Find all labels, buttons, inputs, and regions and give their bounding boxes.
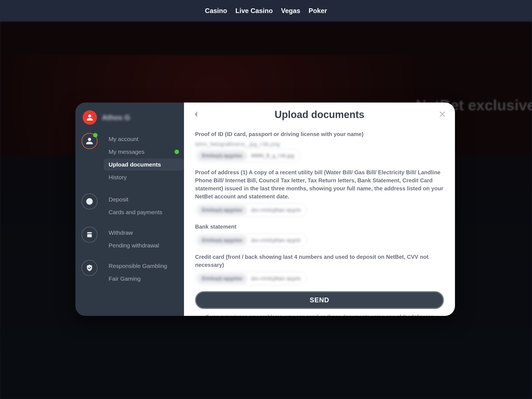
file-choose-chip: Επιλογή αρχείου	[197, 235, 247, 245]
sidebar-item-withdraw[interactable]: Withdraw	[104, 227, 184, 239]
sidebar-group-withdraw: Withdraw Pending withdrawal	[81, 227, 184, 252]
sidebar-group-responsible: Responsible Gambling Fair Gaming	[81, 260, 184, 285]
modal-body[interactable]: Proof of ID (ID card, passport or drivin…	[184, 124, 455, 316]
sidebar-item-deposit[interactable]: Deposit	[104, 193, 184, 206]
sidebar-item-responsible-gambling[interactable]: Responsible Gambling	[104, 260, 184, 272]
proof-address-label: Proof of address (1) A copy of a recent …	[195, 168, 444, 201]
file-input-proof-address[interactable]: Επιλογή αρχείου Δεν επιλέχθηκε αρχείο	[195, 203, 307, 217]
sidebar-item-label: Pending withdrawal	[109, 242, 159, 249]
withdraw-icon	[81, 227, 98, 243]
proof-id-label: Proof of ID (ID card, passport or drivin…	[195, 130, 444, 138]
file-name: Δεν επιλέχθηκε αρχείο	[251, 207, 301, 213]
close-button[interactable]	[437, 109, 448, 120]
nav-casino[interactable]: Casino	[205, 7, 227, 15]
nav-poker[interactable]: Poker	[309, 7, 327, 15]
deposit-icon	[81, 193, 98, 209]
sidebar-item-label: Upload documents	[109, 161, 161, 168]
bank-statement-label: Bank statement	[195, 223, 444, 231]
send-button[interactable]: SEND	[195, 291, 444, 309]
sidebar-item-cards-payments[interactable]: Cards and payments	[104, 206, 184, 218]
sidebar-item-label: Cards and payments	[109, 209, 162, 215]
sidebar-group-deposit: Deposit Cards and payments	[81, 193, 184, 218]
sidebar-group-account: My account My messages Upload documents …	[81, 133, 184, 183]
file-name: Δεν επιλέχθηκε αρχείο	[251, 237, 301, 243]
sidebar-item-label: My messages	[109, 149, 145, 155]
sidebar-item-label: Fair Gaming	[109, 275, 141, 282]
file-input-credit-card[interactable]: Επιλογή αρχείου Δεν επιλέχθηκε αρχείο	[195, 272, 307, 285]
file-choose-chip: Επιλογή αρχείου	[197, 151, 247, 161]
back-button[interactable]	[191, 109, 202, 120]
sidebar-item-label: My account	[109, 136, 138, 142]
nav-vegas[interactable]: Vegas	[281, 7, 300, 15]
credit-card-label: Credit card (front / back showing last 4…	[195, 253, 444, 269]
sidebar-item-label: History	[109, 174, 127, 180]
back-icon	[192, 110, 200, 118]
modal-title: Upload documents	[275, 109, 364, 121]
sidebar-item-my-account[interactable]: My account	[104, 133, 184, 145]
sidebar-item-upload-documents[interactable]: Upload documents	[104, 158, 184, 171]
shield-icon	[81, 260, 98, 276]
profile-row: Athos G	[81, 110, 184, 125]
file-name: MMM_B_g_l-bk.jpg	[251, 153, 294, 159]
close-icon	[439, 110, 447, 118]
sidebar-item-label: Deposit	[109, 196, 128, 203]
notification-dot	[93, 133, 98, 137]
file-choose-chip: Επιλογή αρχείου	[197, 205, 247, 215]
account-modal: Athos G My account My messages Upload do…	[75, 103, 455, 316]
file-input-bank-statement[interactable]: Επιλογή αρχείου Δεν επιλέχθηκε αρχείο	[195, 234, 307, 247]
sidebar-item-history[interactable]: History	[104, 171, 184, 183]
avatar	[83, 110, 97, 125]
modal-header: Upload documents	[184, 103, 455, 124]
file-input-proof-id[interactable]: Επιλογή αρχείου MMM_B_g_l-bk.jpg	[195, 149, 300, 162]
file-name: Δεν επιλέχθηκε αρχείο	[251, 276, 301, 282]
sidebar-item-label: Responsible Gambling	[109, 263, 167, 269]
sidebar-item-label: Withdraw	[109, 229, 133, 236]
file-choose-chip: Επιλογή αρχείου	[197, 273, 247, 284]
nav-live-casino[interactable]: Live Casino	[236, 7, 273, 15]
sidebar-item-my-messages[interactable]: My messages	[104, 146, 184, 158]
notification-dot	[175, 150, 179, 154]
sidebar-item-pending-withdrawal[interactable]: Pending withdrawal	[104, 239, 184, 252]
top-nav: Casino Live Casino Vegas Poker	[0, 0, 532, 22]
help-hint: If you experience any problems, you can …	[195, 313, 444, 316]
username: Athos G	[102, 113, 130, 122]
proof-id-filename-line: tshm_fwtografimeno_.jpg_l-bk.png	[195, 141, 444, 147]
modal-sidebar: Athos G My account My messages Upload do…	[75, 103, 184, 316]
modal-main: Upload documents Proof of ID (ID card, p…	[184, 103, 455, 316]
user-icon	[81, 133, 98, 149]
sidebar-item-fair-gaming[interactable]: Fair Gaming	[104, 273, 184, 285]
